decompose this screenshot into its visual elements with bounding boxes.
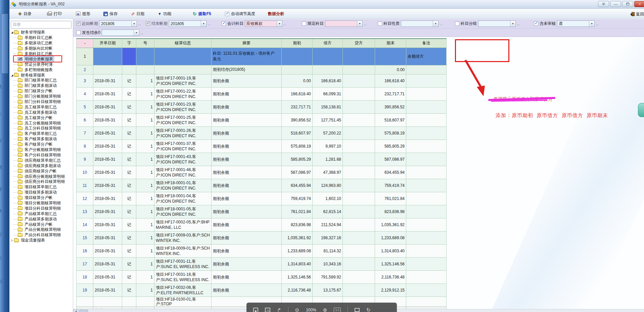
fit-page-icon[interactable]	[355, 308, 360, 312]
table-row[interactable]: 72018-05-31记1项目:HF17-0001-26,客户:ICON DIR…	[77, 126, 447, 140]
tree-item[interactable]: 项目分科目核算明细	[10, 206, 73, 211]
limit-account-select[interactable]: ▼	[325, 20, 363, 27]
tree-item[interactable]: 员工核算多期滚动	[10, 110, 73, 115]
tree-item[interactable]: 供应商核算多期滚动	[10, 163, 73, 168]
opening-balance-row[interactable]: 2期初结存(201805)0.00	[77, 65, 447, 74]
account-group-select[interactable]: ▼	[478, 20, 516, 27]
expand-icon[interactable]: ▷	[10, 239, 14, 242]
maximize-button[interactable]	[622, 1, 633, 7]
table-row[interactable]: 172018-05-31记1项目:HF17-0031-11,客户:SUNC EL…	[77, 257, 447, 270]
tree-item[interactable]: 客户核算单期汇总	[10, 131, 73, 137]
catalog-search-box[interactable]: 目录	[11, 21, 72, 29]
column-header[interactable]: 核算信息	[154, 39, 212, 48]
docked-side-strip[interactable]: 基 上 应 销 报 决 行 生 则	[0, 0, 9, 312]
table-row[interactable]: 32018-05-31记1项目:HF17-0001-19,客户:ICON DIR…	[77, 74, 447, 87]
tree-item[interactable]: 员工分账期核算明细	[10, 120, 73, 126]
function-button[interactable]: ▼功能	[156, 9, 173, 19]
rotate-icon[interactable]: ↻	[366, 307, 371, 312]
save-button[interactable]: 保存	[101, 9, 120, 19]
table-row[interactable]: 142018-05-31记1项目:HF17-0002-05,客户:BHP MAR…	[77, 218, 447, 231]
tree-item[interactable]: 项目核算分户帐	[10, 195, 73, 201]
extract-button[interactable]: ↻提取F5	[191, 9, 213, 19]
tree-item[interactable]: 部门分科目核算明细	[10, 99, 73, 105]
zero-balance-checkbox[interactable]	[76, 31, 81, 35]
tree-item[interactable]: 单期科目汇总帐	[10, 35, 73, 41]
tree-item[interactable]: 供应商核算分户帐	[10, 168, 73, 174]
table-row[interactable]: 152018-05-31记1项目:HF17-0009-03,客户:SCH WIN…	[77, 231, 447, 244]
column-header[interactable]: 期末	[375, 39, 406, 48]
limit-account-checkbox[interactable]	[302, 21, 306, 26]
tree-group[interactable]: ◢财务管理报表	[10, 30, 73, 35]
tree-item[interactable]: 供应商分账期核算明细	[10, 174, 73, 179]
column-header[interactable]: 摘要	[212, 39, 282, 48]
table-row[interactable]: 82018-05-31记1项目:HF17-0001-37,客户:ICON DIR…	[77, 140, 447, 153]
auto-height-toggle[interactable]: 自动调节高度	[223, 9, 257, 19]
tree-item[interactable]: 产品核算单期汇总	[10, 211, 73, 216]
tree-item[interactable]: 项目核算单期汇总	[10, 185, 73, 190]
tree-item[interactable]: 供应商分科目核算明细	[10, 179, 73, 185]
table-row[interactable]: 92018-05-31记1项目:HF17-0001-43,客户:ICON DIR…	[77, 153, 447, 166]
zoom-out-icon[interactable]: ⊖	[295, 307, 300, 312]
tree-item[interactable]: 多栏明细账报表	[10, 67, 73, 72]
column-header[interactable]: 借方	[313, 39, 343, 48]
scroll-left-icon[interactable]: ◄	[73, 309, 79, 312]
end-period-checkbox[interactable]	[146, 21, 150, 26]
tree-item[interactable]: 凭证分录序时薄	[10, 62, 73, 67]
tree-item[interactable]: 客户分科目核算明细	[10, 152, 73, 158]
collapse-icon[interactable]: ◢	[10, 74, 14, 77]
column-header[interactable]: 贷方	[343, 39, 375, 48]
tree-item[interactable]: 项目分账期核算明细	[10, 201, 73, 206]
table-row[interactable]: 132018-05-31记1项目:HF18-0001-05,客户:ICON DI…	[77, 205, 447, 218]
column-header[interactable]: 号	[136, 39, 154, 48]
table-row[interactable]: 122018-05-31记1项目:HF18-0001-04,客户:ICON DI…	[77, 192, 447, 205]
column-header[interactable]: 期初	[282, 39, 313, 48]
tree-group[interactable]: ▷现金流量报表	[10, 238, 73, 243]
column-header[interactable]: -	[77, 39, 93, 48]
actual-size-button[interactable]: 1:1	[334, 308, 341, 312]
start-period-select[interactable]: 201805▼	[99, 20, 137, 27]
collapse-icon[interactable]: ◢	[10, 31, 14, 34]
tree-item[interactable]: 客户核算分户帐	[10, 142, 73, 147]
tree-item[interactable]: 供应商核算单期汇总	[10, 158, 73, 163]
table-row[interactable]: 42018-05-31记1项目:HF17-0001-22,客户:ICON DIR…	[77, 87, 447, 100]
table-row[interactable]: 192018-05-31记1项目:HF17-0032-06,客户:ELITE P…	[77, 283, 447, 297]
column-header[interactable]: 开单日期	[93, 39, 122, 48]
tree-item[interactable]: 员工核算单期汇总	[10, 104, 73, 110]
graph-button[interactable]: 图形	[74, 9, 92, 19]
account-nature-select[interactable]: ▼	[401, 20, 439, 27]
column-header[interactable]: 备注	[406, 39, 447, 48]
table-row[interactable]: 62018-05-31记1项目:HF17-0001-25,客户:ICON DIR…	[77, 113, 447, 126]
minimize-button[interactable]: —	[610, 1, 621, 7]
tree-item[interactable]: 部门核算分户帐	[10, 89, 73, 94]
export-icon[interactable]: ↘	[265, 308, 270, 312]
account-checkbox[interactable]	[222, 21, 226, 26]
tree-item[interactable]: 部门分账期核算明细	[10, 94, 73, 99]
account-nature-checkbox[interactable]	[378, 21, 382, 26]
share-icon[interactable]: ↱	[277, 307, 281, 312]
table-row[interactable]: 52018-05-31记1项目:HF17-0001-23,客户:ICON DIR…	[77, 100, 447, 113]
include-unaudited-select[interactable]: 是▼	[557, 20, 595, 27]
end-period-select[interactable]: 201805▼	[169, 20, 206, 27]
tree-item[interactable]: 客户核算多期滚动	[10, 137, 73, 142]
tree-item[interactable]: 部门核算多期滚动	[10, 83, 73, 89]
account-group-checkbox[interactable]	[455, 21, 459, 26]
tree-item[interactable]: 员工分科目核算明细	[10, 126, 73, 131]
account-select[interactable]: 应收账款▼	[245, 20, 282, 27]
tree-item[interactable]: 员工核算分户帐	[10, 115, 73, 120]
tree-item[interactable]: 多期纵向比对帐	[10, 46, 73, 51]
print-button[interactable]: 打印	[45, 9, 64, 19]
start-period-checkbox[interactable]	[76, 21, 81, 26]
table-row[interactable]: 102018-05-31记1项目:HF17-0001-46,客户:ICON DI…	[77, 166, 447, 179]
auto-height-checkbox[interactable]	[225, 12, 229, 16]
account-header-row[interactable]: 1科目: 1131.01 应收账款 - 境外客户美元余额借方	[77, 48, 447, 65]
scrollbar-thumb[interactable]	[79, 310, 88, 312]
column-header[interactable]: 字	[122, 39, 136, 48]
table-row[interactable]: 162018-05-31记1项目:HF18-0009-01,客户:SCH WIN…	[77, 244, 447, 257]
return-button[interactable]: 返回	[632, 10, 644, 18]
tree-group[interactable]: ◢财务核算报表	[10, 72, 73, 78]
date-button[interactable]: ✎日期	[129, 9, 146, 19]
tree-item[interactable]: 产品分科目核算明细	[10, 232, 73, 238]
zoom-in-icon[interactable]: ⊕	[323, 307, 327, 312]
table-row[interactable]: 182018-05-31记1项目:HF17-0031-16,客户:SUNC EL…	[77, 270, 447, 283]
save-icon[interactable]	[253, 308, 258, 312]
